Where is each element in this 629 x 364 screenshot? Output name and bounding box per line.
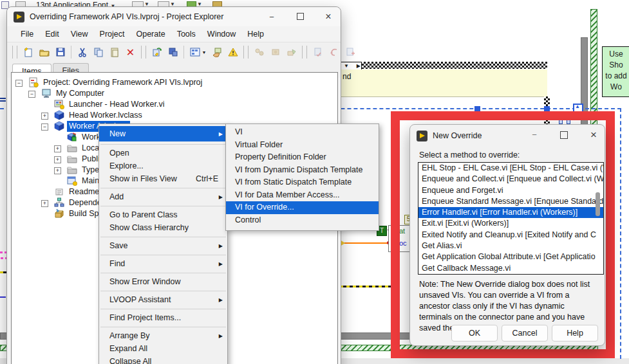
menu-item-find-project-items[interactable]: Find Project Items... bbox=[99, 311, 227, 324]
method-item[interactable]: Exited Notify and Cleanup.vi [Exited Not… bbox=[418, 230, 603, 241]
tree-row-my-computer[interactable]: − My Computer bbox=[12, 88, 337, 99]
save-icon[interactable] bbox=[52, 44, 68, 60]
maximize-button[interactable] bbox=[292, 12, 308, 22]
toolbar-drag-handle[interactable] bbox=[302, 46, 307, 59]
menu-item-go-to-parent-class[interactable]: Go to Parent Class bbox=[99, 208, 227, 221]
window-title: Overriding Framework API VIs.lvproj - Pr… bbox=[30, 12, 223, 21]
menu-item-add[interactable]: Add bbox=[99, 190, 227, 203]
expand-icon[interactable]: + bbox=[41, 200, 48, 207]
vi-file-icon bbox=[67, 176, 77, 186]
menu-operate[interactable]: Operate bbox=[130, 28, 171, 40]
method-item[interactable]: Enqueue and Forget.vi bbox=[418, 185, 603, 196]
collapse-icon[interactable]: − bbox=[15, 80, 23, 87]
save-all-icon[interactable] bbox=[165, 44, 181, 60]
scc-check-icon[interactable] bbox=[310, 44, 326, 60]
submenu-item-vi-for-override[interactable]: VI for Override... bbox=[226, 201, 379, 214]
tree-row-launcher[interactable]: Launcher - Head Worker.vi bbox=[12, 99, 337, 110]
method-item[interactable]: Get Callback Message.vi bbox=[418, 263, 603, 274]
build-icon-1[interactable] bbox=[251, 44, 267, 60]
tree-row-project[interactable]: − Project: Overriding Framework API VIs.… bbox=[12, 77, 337, 88]
toolbar-drag-handle[interactable] bbox=[12, 46, 17, 59]
menu-item-show-error-window[interactable]: Show Error Window bbox=[99, 275, 227, 288]
menu-item-expand-all[interactable]: Expand All bbox=[99, 342, 227, 355]
delete-icon[interactable]: ✕ bbox=[122, 44, 138, 60]
menu-item-save[interactable]: Save bbox=[99, 239, 227, 252]
explorer-titlebar[interactable]: Overriding Framework API VIs.lvproj - Pr… bbox=[7, 7, 341, 26]
menu-tools[interactable]: Tools bbox=[171, 28, 202, 40]
dialog-titlebar[interactable]: New Override bbox=[410, 125, 605, 147]
new-vi-icon[interactable] bbox=[20, 44, 36, 60]
frame-border-top bbox=[362, 62, 547, 69]
menu-item-show-in-files-view[interactable]: Show in Files ViewCtrl+E bbox=[99, 172, 227, 185]
copy-icon[interactable] bbox=[90, 44, 106, 60]
collapse-icon[interactable]: − bbox=[28, 91, 35, 98]
build-icon-2[interactable] bbox=[267, 44, 283, 60]
comment-line: to add bbox=[603, 71, 629, 82]
submenu-item-control[interactable]: Control bbox=[226, 214, 379, 227]
listbox-scrollbar-thumb[interactable] bbox=[596, 192, 600, 216]
submenu-item-vi-from-dynamic-dispatch-template[interactable]: VI from Dynamic Dispatch Template bbox=[226, 164, 379, 177]
scc-add-icon[interactable] bbox=[342, 44, 358, 60]
menu-item-lvoop-assistant[interactable]: LVOOP Assistant bbox=[99, 293, 227, 306]
build-icon-3[interactable] bbox=[283, 44, 299, 60]
submenu-item-property-definition-folder[interactable]: Property Definition Folder bbox=[226, 151, 379, 164]
menu-help[interactable]: Help bbox=[241, 28, 270, 40]
submenu-item-vi[interactable]: VI bbox=[226, 126, 379, 139]
dialog-minimize-button[interactable]: − bbox=[526, 130, 543, 140]
menu-item-find[interactable]: Find bbox=[99, 257, 227, 270]
dialog-maximize-button[interactable] bbox=[556, 131, 572, 141]
scc-undo-icon[interactable] bbox=[326, 44, 342, 60]
tree-label[interactable]: My Computer bbox=[54, 88, 106, 99]
menu-item-open[interactable]: Open bbox=[99, 147, 227, 159]
submenu-item-virtual-folder[interactable]: Virtual Folder bbox=[226, 139, 379, 152]
menu-edit[interactable]: Edit bbox=[39, 28, 65, 40]
method-item[interactable]: Enqueue and Collect.vi [Enqueue and Coll… bbox=[418, 174, 603, 185]
comment-line: Use bbox=[603, 49, 629, 60]
expand-icon[interactable]: + bbox=[54, 167, 61, 174]
toolbar-drag-handle[interactable] bbox=[141, 46, 146, 59]
menu-file[interactable]: File bbox=[15, 28, 39, 40]
menu-item-explore[interactable]: Explore... bbox=[99, 159, 227, 172]
submenu-item-vi-from-static-dispatch-template[interactable]: VI from Static Dispatch Template bbox=[226, 176, 379, 189]
expand-icon[interactable]: + bbox=[54, 156, 61, 163]
open-folder-icon[interactable] bbox=[36, 44, 52, 60]
dialog-close-button[interactable]: × bbox=[585, 129, 602, 141]
method-item[interactable]: EHL Stop - EHL Case.vi [EHL Stop - EHL C… bbox=[418, 163, 603, 174]
close-button[interactable]: × bbox=[320, 11, 337, 23]
menu-item-collapse-all[interactable]: Collapse All bbox=[99, 355, 227, 364]
tree-label[interactable]: Project: Overriding Framework API VIs.lv… bbox=[41, 77, 204, 88]
refresh-project-icon[interactable] bbox=[149, 44, 165, 60]
folder-icon bbox=[67, 165, 77, 175]
diagram-comment[interactable]: Use Sho to add Wo bbox=[602, 46, 629, 97]
grid-view-icon[interactable]: ▼ bbox=[187, 44, 209, 60]
ok-button[interactable]: OK bbox=[451, 325, 498, 341]
method-item[interactable]: Get Alias.vi bbox=[418, 241, 603, 251]
menu-separator bbox=[100, 237, 226, 237]
menu-item-new[interactable]: New bbox=[99, 126, 227, 141]
expand-icon[interactable]: + bbox=[54, 145, 61, 152]
paste-icon[interactable] bbox=[106, 44, 122, 60]
menu-view[interactable]: View bbox=[65, 28, 94, 40]
cancel-button[interactable]: Cancel bbox=[502, 325, 548, 341]
method-item-selected[interactable]: Error Handler.vi [Error Handler.vi (Work… bbox=[418, 207, 603, 218]
method-listbox[interactable]: EHL Stop - EHL Case.vi [EHL Stop - EHL C… bbox=[418, 162, 604, 275]
cut-icon[interactable] bbox=[74, 44, 90, 60]
tree-row-head-worker-class[interactable]: + Head Worker.lvclass bbox=[12, 110, 337, 121]
menu-item-arrange-by[interactable]: Arrange By bbox=[99, 329, 227, 342]
menu-project[interactable]: Project bbox=[94, 28, 131, 40]
method-item[interactable]: Get Application Global Attribute.vi [Get… bbox=[418, 251, 603, 262]
tree-label[interactable]: Launcher - Head Worker.vi bbox=[67, 99, 166, 110]
submenu-item-vi-for-data-member-access[interactable]: VI for Data Member Access... bbox=[226, 189, 379, 202]
menu-item-show-class-hierarchy[interactable]: Show Class Hierarchy bbox=[99, 221, 227, 234]
tree-label[interactable]: Head Worker.lvclass bbox=[67, 110, 144, 121]
menu-window[interactable]: Window bbox=[202, 28, 241, 40]
method-item[interactable]: Enqueue Standard Message.vi [Enqueue Sta… bbox=[418, 196, 603, 207]
minimize-button[interactable]: − bbox=[263, 12, 280, 22]
collapse-icon[interactable]: − bbox=[41, 123, 48, 131]
help-button[interactable]: Help bbox=[552, 325, 598, 341]
toolbar-drag-handle[interactable] bbox=[243, 46, 249, 59]
method-item[interactable]: Exit.vi [Exit.vi (Workers)] bbox=[418, 218, 603, 229]
expand-icon[interactable]: + bbox=[41, 113, 48, 120]
hand-card-icon[interactable] bbox=[209, 44, 225, 60]
warning-icon[interactable] bbox=[225, 44, 241, 60]
